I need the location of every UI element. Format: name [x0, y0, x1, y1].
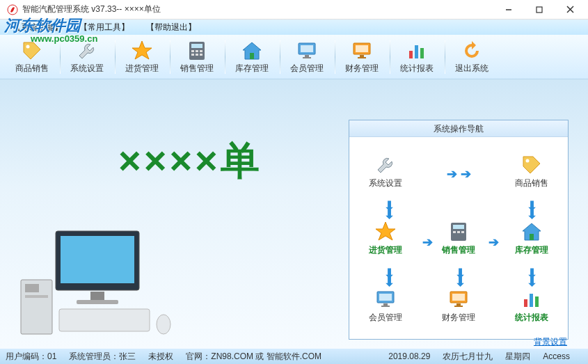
svg-rect-50	[524, 299, 527, 307]
svg-rect-13	[200, 54, 202, 56]
house-icon	[521, 219, 543, 244]
svg-point-34	[157, 315, 170, 334]
svg-rect-28	[90, 292, 104, 300]
svg-rect-27	[61, 236, 134, 283]
svg-rect-23	[409, 51, 413, 58]
menu-help-exit[interactable]: 【帮助退出】	[146, 22, 196, 33]
toolbar-exit[interactable]: 退出系统	[447, 38, 497, 77]
status-weekday: 星期四	[505, 351, 530, 363]
star-icon	[374, 219, 397, 244]
svg-rect-20	[356, 45, 368, 52]
toolbar-finance[interactable]: 财务管理	[337, 38, 387, 77]
separator	[225, 40, 225, 74]
svg-rect-47	[452, 294, 465, 301]
chart-icon	[406, 39, 427, 63]
toolbar-member[interactable]: 会员管理	[282, 38, 332, 77]
svg-rect-14	[250, 53, 254, 59]
svg-rect-43	[379, 294, 392, 301]
computer-illustration	[14, 217, 181, 345]
svg-rect-7	[191, 44, 202, 48]
tag-icon	[21, 39, 43, 63]
separator	[335, 40, 335, 74]
nav-stats[interactable]: 统计报表	[495, 271, 568, 339]
svg-rect-25	[420, 48, 424, 58]
svg-rect-18	[303, 57, 311, 58]
titlebar: 智能汽配管理系统 v37.33-- ××××单位	[0, 0, 588, 19]
svg-point-5	[26, 45, 30, 49]
separator	[170, 40, 170, 74]
maximize-button[interactable]	[524, 1, 555, 19]
svg-rect-9	[196, 50, 198, 52]
status-db: Access	[543, 351, 570, 361]
svg-rect-40	[461, 231, 464, 233]
toolbar: 商品销售 系统设置 进货管理 销售管理 库存管理 会员管理 财务管理 统计报表 …	[0, 35, 588, 79]
nav-empty	[422, 137, 495, 205]
calculator-icon	[450, 219, 468, 244]
status-date: 2019.08.29	[388, 351, 430, 361]
orange-monitor-icon	[351, 39, 372, 63]
app-icon	[7, 4, 18, 15]
svg-point-35	[525, 159, 529, 162]
status-website: 官网：ZN98.COM 或 智能软件.COM	[186, 351, 321, 363]
svg-rect-38	[453, 231, 456, 233]
chart-icon	[521, 287, 542, 312]
svg-rect-17	[305, 55, 309, 57]
minimize-button[interactable]	[493, 1, 524, 19]
nav-member[interactable]: 会员管理	[349, 271, 422, 339]
separator	[280, 40, 280, 74]
wrench-icon	[375, 152, 396, 177]
house-icon	[241, 39, 263, 63]
monitor-icon	[296, 39, 317, 63]
svg-rect-45	[381, 306, 390, 307]
svg-rect-2	[537, 7, 542, 13]
toolbar-sales[interactable]: 商品销售	[7, 38, 57, 77]
window-controls	[493, 1, 585, 19]
nav-sales[interactable]: 商品销售	[495, 137, 568, 205]
svg-rect-49	[454, 306, 463, 307]
nav-sell-mgmt[interactable]: 销售管理	[422, 205, 495, 272]
svg-rect-52	[535, 296, 539, 307]
nav-purchase[interactable]: 进货管理	[349, 205, 422, 272]
svg-rect-51	[530, 294, 533, 307]
nav-inventory[interactable]: 库存管理	[495, 205, 568, 272]
svg-rect-12	[196, 54, 198, 56]
svg-rect-8	[191, 50, 194, 52]
menu-system[interactable]: 【系统功能】	[13, 22, 63, 33]
nav-panel-title: 系统操作导航	[349, 120, 568, 137]
nav-panel: 系统操作导航 ➔ ➔ ⬇ ⬇ ⬇ ⬇ ➔ ➔ ⬇ ⬇ ⬇ ⬇ ⬇ ⬇ 系统设置	[349, 120, 569, 340]
svg-rect-31	[25, 284, 39, 292]
separator	[60, 40, 61, 74]
nav-finance[interactable]: 财务管理	[422, 271, 495, 339]
toolbar-sell-mgmt[interactable]: 销售管理	[172, 38, 222, 77]
separator	[445, 40, 445, 74]
status-usercode: 用户编码：01	[6, 351, 56, 363]
svg-rect-48	[456, 303, 461, 306]
svg-rect-29	[77, 300, 118, 304]
menu-tools[interactable]: 【常用工具】	[79, 22, 129, 33]
svg-rect-39	[457, 231, 460, 233]
statusbar: 用户编码：01 系统管理员：张三 未授权 官网：ZN98.COM 或 智能软件.…	[0, 349, 588, 364]
toolbar-inventory[interactable]: 库存管理	[227, 38, 277, 77]
tag-icon	[521, 152, 543, 177]
svg-rect-37	[453, 225, 464, 229]
svg-rect-41	[530, 234, 534, 240]
menubar: 【系统功能】 【常用工具】 【帮助退出】	[0, 19, 588, 35]
separator	[390, 40, 390, 74]
background-setting-link[interactable]: 背景设置	[534, 336, 567, 348]
svg-rect-32	[25, 295, 48, 298]
center-watermark: ××××单	[118, 135, 262, 188]
refresh-icon	[462, 39, 482, 63]
nav-settings[interactable]: 系统设置	[349, 137, 422, 205]
svg-rect-44	[383, 303, 388, 306]
toolbar-purchase[interactable]: 进货管理	[117, 38, 167, 77]
svg-rect-24	[415, 45, 418, 58]
svg-rect-16	[301, 45, 313, 52]
close-button[interactable]	[555, 1, 585, 19]
monitor-icon	[375, 287, 396, 312]
wrench-icon	[77, 39, 97, 63]
nav-grid: ➔ ➔ ⬇ ⬇ ⬇ ⬇ ➔ ➔ ⬇ ⬇ ⬇ ⬇ ⬇ ⬇ 系统设置 商品销售	[349, 137, 568, 339]
window-title: 智能汽配管理系统 v37.33-- ××××单位	[22, 3, 493, 15]
toolbar-settings[interactable]: 系统设置	[62, 38, 112, 77]
toolbar-stats[interactable]: 统计报表	[392, 38, 442, 77]
svg-rect-33	[59, 309, 150, 331]
